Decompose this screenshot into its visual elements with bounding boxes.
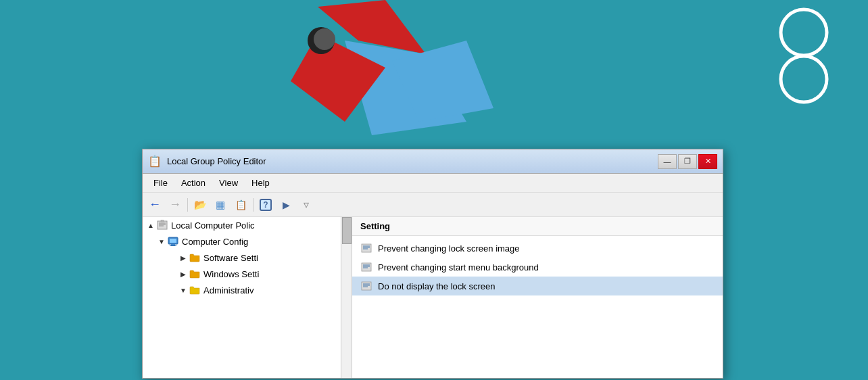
close-button[interactable]: ✕ — [698, 154, 717, 169]
copy-button[interactable]: 📋 — [231, 196, 250, 214]
expander-4[interactable]: ▼ — [178, 285, 189, 295]
svg-point-4 — [308, 27, 335, 54]
settings-header: Setting — [352, 217, 723, 236]
expander-3[interactable]: ▶ — [178, 268, 189, 279]
back-button[interactable]: ← — [145, 196, 164, 214]
window-icon: 📋 — [148, 155, 162, 168]
title-bar: 📋 Local Group Policy Editor — ❐ ✕ — [143, 149, 723, 174]
svg-marker-3 — [392, 41, 493, 122]
tree-item-admin-templates[interactable]: ▼ Administrativ — [143, 282, 352, 298]
svg-rect-16 — [170, 245, 176, 246]
settings-icon-0 — [360, 242, 372, 254]
folder-open-button[interactable]: 📂 — [191, 196, 210, 214]
expander-2[interactable]: ▶ — [178, 252, 189, 263]
settings-text-0: Prevent changing lock screen image — [378, 243, 520, 254]
grid-view-button[interactable]: ▦ — [211, 196, 230, 214]
tree-item-computer-config[interactable]: ▼ Computer Config — [143, 233, 352, 250]
svg-rect-15 — [171, 244, 175, 245]
forward-button[interactable]: → — [166, 196, 185, 214]
menu-file[interactable]: File — [148, 176, 173, 189]
svg-rect-21 — [362, 263, 371, 271]
separator-1 — [187, 198, 188, 212]
tree-item-local-policy[interactable]: ▲ Local Computer Polic — [143, 217, 352, 233]
svg-rect-25 — [362, 282, 371, 290]
svg-point-5 — [314, 28, 335, 50]
settings-icon-1 — [360, 261, 372, 273]
svg-marker-0 — [318, 0, 426, 54]
help-button[interactable]: ? — [256, 196, 275, 214]
settings-col-setting: Setting — [360, 221, 390, 231]
svg-point-7 — [781, 56, 827, 102]
icon-folder-3 — [189, 268, 201, 280]
tree-panel: ▲ Local Computer Polic ▼ Computer Config — [143, 217, 352, 378]
window-title: Local Group Policy Editor — [167, 156, 266, 166]
svg-marker-1 — [345, 41, 466, 135]
tree-item-software-settings[interactable]: ▶ Software Setti — [143, 250, 352, 266]
icon-folder-4 — [189, 284, 201, 296]
settings-row-1[interactable]: Prevent changing start menu background — [352, 258, 723, 277]
tree-label-3: Windows Setti — [203, 269, 259, 279]
settings-list: Prevent changing lock screen image Preve… — [352, 236, 723, 298]
settings-text-1: Prevent changing start menu background — [378, 262, 539, 272]
tree-label-2: Software Setti — [203, 253, 258, 263]
svg-point-6 — [781, 9, 827, 55]
icon-policy — [156, 219, 168, 231]
svg-rect-12 — [161, 220, 164, 222]
content-area: ▲ Local Computer Polic ▼ Computer Config — [143, 217, 723, 378]
icon-folder-2 — [189, 252, 201, 264]
separator-2 — [253, 198, 254, 212]
tree-label-1: Computer Config — [182, 237, 248, 247]
svg-marker-2 — [291, 34, 385, 122]
settings-panel: Setting Prevent changing lock screen ima… — [352, 217, 723, 378]
icon-computer — [167, 235, 179, 247]
settings-row-0[interactable]: Prevent changing lock screen image — [352, 239, 723, 258]
scrollbar-thumb[interactable] — [342, 217, 352, 244]
toolbar: ← → 📂 ▦ 📋 ? ▶ ▿ — [143, 193, 723, 217]
svg-rect-17 — [362, 244, 371, 252]
maximize-button[interactable]: ❐ — [678, 154, 697, 169]
menu-bar: File Action View Help — [143, 174, 723, 193]
tree-item-windows-settings[interactable]: ▶ Windows Setti — [143, 266, 352, 282]
main-window: 📋 Local Group Policy Editor — ❐ ✕ File A… — [142, 149, 723, 379]
tree-scroll[interactable]: ▲ Local Computer Polic ▼ Computer Config — [143, 217, 352, 378]
menu-action[interactable]: Action — [176, 176, 211, 189]
minimize-button[interactable]: — — [658, 154, 677, 169]
window-controls: — ❐ ✕ — [658, 154, 717, 169]
tree-label-4: Administrativ — [203, 285, 254, 295]
settings-text-2: Do not display the lock screen — [378, 281, 495, 291]
expander-0[interactable]: ▲ — [145, 220, 156, 231]
settings-icon-2 — [360, 280, 372, 292]
svg-rect-8 — [158, 221, 167, 229]
settings-row-2[interactable]: Do not display the lock screen — [352, 277, 723, 295]
tree-label-0: Local Computer Polic — [171, 220, 255, 231]
run-button[interactable]: ▶ — [276, 196, 295, 214]
expander-1[interactable]: ▼ — [156, 236, 167, 247]
menu-view[interactable]: View — [214, 176, 243, 189]
menu-help[interactable]: Help — [246, 176, 275, 189]
tree-scrollbar[interactable] — [341, 217, 352, 378]
svg-rect-14 — [170, 239, 176, 243]
filter-button[interactable]: ▿ — [297, 196, 316, 214]
